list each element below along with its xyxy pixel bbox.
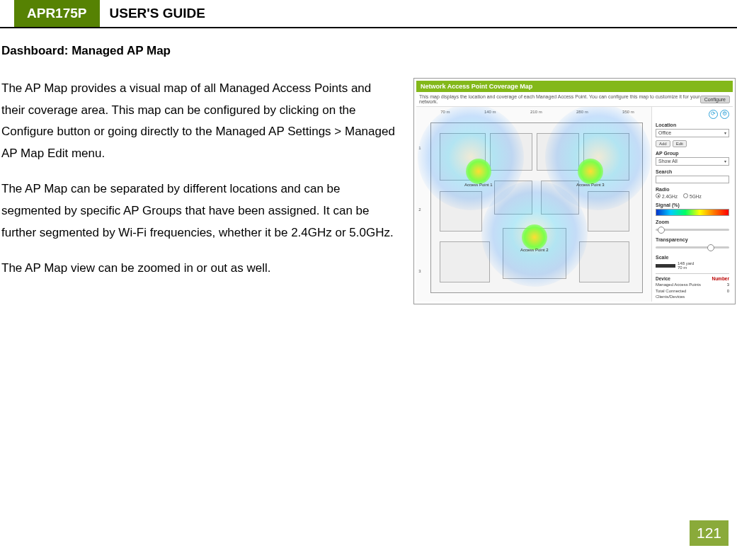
map-sidebar: ⟳ ⚙ Location Office Add Edit AP Group Sh	[651, 107, 733, 302]
radio-24ghz[interactable]	[656, 193, 661, 198]
table-row: Total Connected Clients/Devices 0	[656, 289, 729, 299]
zoom-slider[interactable]	[656, 229, 729, 231]
paragraph: The AP Map view can be zoomed in or out …	[1, 258, 398, 280]
signal-label: Signal (%)	[656, 202, 729, 207]
location-label: Location	[656, 122, 729, 127]
add-button[interactable]: Add	[656, 140, 670, 147]
paragraph: The AP Map can be separated by different…	[1, 178, 398, 244]
paragraph: The AP Map provides a visual map of all …	[1, 78, 398, 164]
location-select[interactable]: Office	[656, 129, 729, 137]
page-number: 121	[690, 520, 729, 546]
transparency-slider[interactable]	[656, 246, 729, 248]
doc-title: USER'S GUIDE	[100, 0, 215, 27]
section-title: Dashboard: Managed AP Map	[1, 44, 736, 58]
edit-button[interactable]: Edit	[673, 140, 687, 147]
search-input[interactable]	[656, 176, 729, 183]
apgroup-label: AP Group	[656, 151, 729, 156]
map-area[interactable]: 70 m 140 m 210 m 280 m 350 m 1 2 3	[416, 107, 651, 302]
apgroup-select[interactable]: Show All	[656, 157, 729, 166]
body-text: The AP Map provides a visual map of all …	[1, 78, 398, 294]
floorplan: Access Point 1 Access Point 3 Access Poi…	[425, 117, 649, 299]
settings-icon[interactable]: ⚙	[720, 110, 729, 119]
configure-button[interactable]: Configure	[700, 96, 730, 103]
zoom-label: Zoom	[656, 219, 729, 224]
device-table: Device Number Managed Access Points 3 To…	[656, 273, 729, 301]
scale-label: Scale	[656, 255, 729, 260]
ap-label: Access Point 1	[464, 183, 493, 187]
radio-5ghz[interactable]	[683, 193, 688, 198]
search-label: Search	[656, 169, 729, 174]
signal-gradient	[656, 209, 729, 216]
page-header: APR175P USER'S GUIDE	[0, 0, 737, 28]
panel-subtitle: This map displays the location and cover…	[419, 94, 700, 104]
panel-title: Network Access Point Coverage Map	[416, 81, 733, 92]
table-row: Managed Access Points 3	[656, 282, 729, 288]
product-badge: APR175P	[14, 0, 100, 27]
scale-bar	[656, 264, 675, 268]
ruler-top: 70 m 140 m 210 m 280 m 350 m	[423, 107, 651, 117]
refresh-icon[interactable]: ⟳	[709, 110, 718, 119]
ap-label: Access Point 3	[576, 183, 605, 187]
ruler-left: 1 2 3	[416, 117, 423, 302]
ap-label: Access Point 2	[520, 248, 549, 252]
transparency-label: Transparency	[656, 237, 729, 242]
radio-label: Radio	[656, 187, 729, 192]
embedded-screenshot: Network Access Point Coverage Map This m…	[413, 78, 736, 304]
